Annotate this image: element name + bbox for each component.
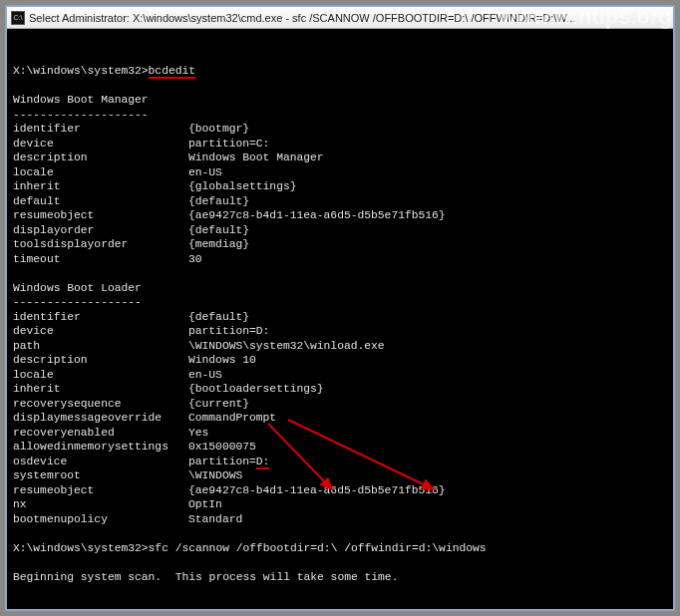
bl-val-4: en-US xyxy=(188,369,222,381)
prompt2-path: X:\windows\system32> xyxy=(13,542,149,554)
bl-val-7: CommandPrompt xyxy=(188,412,276,424)
bm-key-3: locale xyxy=(13,165,188,180)
bm-val-5: {default} xyxy=(188,195,249,207)
dashes: -------------------- xyxy=(13,109,149,121)
sfc-command: sfc /scannow /offbootdir=d:\ /offwindir=… xyxy=(149,542,487,554)
blank-line xyxy=(13,51,20,63)
bl-val-3: Windows 10 xyxy=(188,354,256,366)
scan-line: Beginning system scan. This process will… xyxy=(13,571,398,583)
bl-key-8: recoveryenabled xyxy=(13,426,188,441)
bm-key-9: timeout xyxy=(13,252,188,267)
bl2-val-3: Standard xyxy=(188,513,242,525)
bm-val-9: 30 xyxy=(188,253,202,265)
bl-key-5: inherit xyxy=(13,382,188,397)
bl-val-5: {bootloadersettings} xyxy=(188,383,324,395)
bl-val-8: Yes xyxy=(188,427,208,439)
bl-key-3: description xyxy=(13,353,188,368)
bl-key-6: recoverysequence xyxy=(13,397,188,412)
bl-val-2: \WINDOWS\system32\winload.exe xyxy=(188,340,385,352)
titlebar[interactable]: C:\ Select Administrator: X:\windows\sys… xyxy=(7,7,673,29)
bl-val-0: {default} xyxy=(188,311,249,323)
bl-val-6: {current} xyxy=(188,398,249,410)
bl2-val-0: \WINDOWS xyxy=(188,469,242,481)
bm-val-8: {memdiag} xyxy=(188,238,249,250)
bl-key-0: identifier xyxy=(13,310,188,325)
boot-manager-title: Windows Boot Manager xyxy=(13,94,149,106)
bl2-key-3: bootmenupolicy xyxy=(13,512,188,527)
bl2-key-2: nx xyxy=(13,497,188,512)
bl-key-4: locale xyxy=(13,368,188,383)
bl2-key-0: systemroot xyxy=(13,468,188,483)
dashes2: ------------------- xyxy=(13,296,142,308)
titlebar-text: Select Administrator: X:\windows\system3… xyxy=(29,12,575,24)
osdevice-letter: D: xyxy=(256,456,270,469)
bl-key-7: displaymessageoverride xyxy=(13,411,188,426)
bm-val-4: {globalsettings} xyxy=(188,180,296,192)
bl-key-9: allowedinmemorysettings xyxy=(13,440,188,455)
bm-key-4: inherit xyxy=(13,179,188,194)
cmd-icon: C:\ xyxy=(11,11,25,25)
bm-key-8: toolsdisplayorder xyxy=(13,237,188,252)
bm-val-7: {default} xyxy=(188,224,249,236)
bl2-key-1: resumeobject xyxy=(13,483,188,498)
bl-val-1: partition=D: xyxy=(188,325,269,337)
bl2-val-1: {ae9427c8-b4d1-11ea-a6d5-d5b5e71fb516} xyxy=(188,484,446,496)
bm-val-0: {bootmgr} xyxy=(188,123,249,135)
bm-key-5: default xyxy=(13,194,188,209)
bm-val-1: partition=C: xyxy=(188,138,269,150)
bl-key-2: path xyxy=(13,339,188,354)
bm-key-0: identifier xyxy=(13,122,188,137)
bl-val-9: 0x15000075 xyxy=(188,441,256,453)
bm-key-1: device xyxy=(13,137,188,152)
bm-val-2: Windows Boot Manager xyxy=(188,152,324,163)
bm-key-2: description xyxy=(13,151,188,165)
bm-key-6: resumeobject xyxy=(13,208,188,223)
bm-key-7: displayorder xyxy=(13,223,188,238)
bl-key-1: device xyxy=(13,324,188,339)
boot-loader-title: Windows Boot Loader xyxy=(13,282,142,294)
bcdedit-command: bcdedit xyxy=(149,65,195,79)
prompt-path: X:\windows\system32> xyxy=(13,65,149,77)
console-area[interactable]: X:\windows\system32>bcdedit Windows Boot… xyxy=(7,29,673,609)
bm-val-6: {ae9427c8-b4d1-11ea-a6d5-d5b5e71fb516} xyxy=(188,209,446,221)
cmd-window: C:\ Select Administrator: X:\windows\sys… xyxy=(5,5,675,611)
osdevice-prefix: partition= xyxy=(188,456,256,467)
bm-val-3: en-US xyxy=(188,166,222,178)
osdevice-key: osdevice xyxy=(13,455,188,469)
bl2-val-2: OptIn xyxy=(188,498,222,510)
